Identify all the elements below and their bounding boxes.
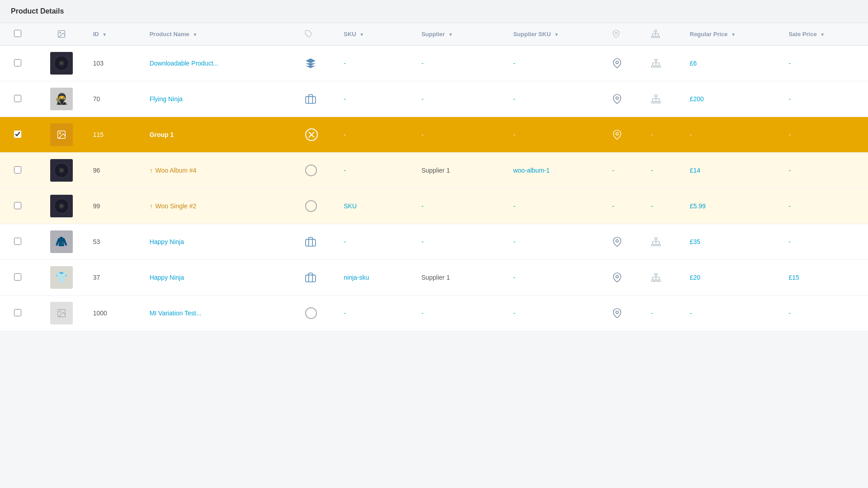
sale-price-cell: - [783,81,868,117]
sale-price-dash: - [788,202,791,210]
sku-dash: - [344,310,346,317]
product-name-link[interactable]: Woo Album #4 [156,167,197,174]
product-name-cell[interactable]: Happy Ninja [144,224,300,260]
supplier-dash: - [421,310,424,317]
row-checkbox[interactable] [14,131,21,138]
product-name-cell[interactable]: Happy Ninja [144,260,300,296]
row-checkbox[interactable] [14,166,21,174]
supplier-sku-dash: - [513,131,515,138]
supplier-sort-icon: ▼ [448,32,453,37]
svg-point-71 [59,311,61,312]
row-checkbox-cell[interactable] [0,260,35,296]
select-all-checkbox[interactable] [14,30,21,37]
svg-rect-28 [651,102,654,103]
supplier-dash: - [421,131,424,138]
table-body: 103Downloadable Product... --- £6-🥷70Fly… [0,45,868,331]
table-row[interactable]: 115Group 1 --- --- [0,117,868,153]
supplier-sku-cell: woo-album-1 [508,153,607,188]
sku-dash: - [344,60,346,67]
supplier-sku-cell: - [508,188,607,224]
table-row[interactable]: 🥷70Flying Ninja --- £200- [0,81,868,117]
svg-rect-51 [655,238,657,239]
product-type-cell [299,224,338,260]
sku-dash: - [344,95,346,103]
svg-rect-27 [655,95,657,97]
supplier-sku-cell: - [508,117,607,153]
row-checkbox-cell[interactable] [0,188,35,224]
row-checkbox[interactable] [14,202,21,209]
row-checkbox-cell[interactable] [0,153,35,188]
row-checkbox[interactable] [14,309,21,316]
supplier-cell: Supplier 1 [416,153,508,188]
svg-rect-18 [651,66,654,68]
hierarchy-cell [646,224,684,260]
table-header-row: ID ▼ Product Name ▼ SKU ▼ [0,23,868,45]
supplier-sku-header[interactable]: Supplier SKU ▼ [508,23,607,45]
page-title: Product Details [0,0,868,23]
regular-price-cell: £20 [684,260,783,296]
row-checkbox[interactable] [14,273,21,281]
hierarchy-cell [646,45,684,81]
svg-point-72 [306,308,316,319]
product-name-link[interactable]: Happy Ninja [150,274,184,281]
product-name-cell[interactable]: ↑ Woo Single #2 [144,188,300,224]
sale-price-cell: - [783,45,868,81]
regular-price-header[interactable]: Regular Price ▼ [684,23,783,45]
row-checkbox[interactable] [14,95,21,102]
supplier-cell: Supplier 1 [416,260,508,296]
product-name-cell[interactable]: Flying Ninja [144,81,300,117]
row-checkbox-cell[interactable] [0,224,35,260]
product-type-cell [299,117,338,153]
product-name-link[interactable]: Downloadable Product... [150,60,219,67]
product-name-link[interactable]: Woo Single #2 [156,202,197,210]
regular-price-cell: £35 [684,224,783,260]
table-row[interactable]: 103Downloadable Product... --- £6- [0,45,868,81]
product-image-cell: 🧥 [35,224,88,260]
sku-cell: - [338,153,416,188]
row-checkbox-cell[interactable] [0,296,35,331]
product-name-cell[interactable]: Group 1 [144,117,300,153]
product-type-cell [299,260,338,296]
row-checkbox-cell[interactable] [0,117,35,153]
table-row[interactable]: 👕37Happy Ninja ninja-skuSupplier 1- £20£… [0,260,868,296]
id-header[interactable]: ID ▼ [88,23,144,45]
sale-price-cell: £15 [783,260,868,296]
table-row[interactable]: 1000MI Variation Test... --- --- [0,296,868,331]
sale-price-header[interactable]: Sale Price ▼ [783,23,868,45]
supplier-dash: - [421,202,424,210]
product-name-link[interactable]: Group 1 [150,131,174,138]
hierarchy-icon [651,29,660,38]
location-cell [607,224,646,260]
supplier-sku-dash: - [513,95,515,103]
sku-header[interactable]: SKU ▼ [338,23,416,45]
product-name-link[interactable]: Flying Ninja [150,95,183,103]
svg-point-45 [306,165,316,176]
supplier-sku-cell: - [508,260,607,296]
regular-price-cell: - [684,296,783,331]
product-name-cell[interactable]: MI Variation Test... [144,296,300,331]
row-checkbox-cell[interactable] [0,45,35,81]
product-name-header[interactable]: Product Name ▼ [144,23,300,45]
supplier-sku-cell: - [508,81,607,117]
name-sort-icon: ▼ [193,32,197,37]
svg-rect-7 [657,36,660,38]
table-row[interactable]: 96↑ Woo Album #4 -Supplier 1woo-album-1-… [0,153,868,188]
product-type-cell [299,188,338,224]
table-row[interactable]: 🧥53Happy Ninja --- £35- [0,224,868,260]
product-name-link[interactable]: Happy Ninja [150,238,184,245]
product-type-cell [299,296,338,331]
row-checkbox-cell[interactable] [0,81,35,117]
location-icon [612,29,620,38]
product-id-cell: 96 [88,153,144,188]
row-checkbox[interactable] [14,238,21,245]
product-name-cell[interactable]: Downloadable Product... [144,45,300,81]
row-checkbox[interactable] [14,59,21,66]
product-image-cell [35,188,88,224]
table-row[interactable]: 99↑ Woo Single #2 SKU----£5.99- [0,188,868,224]
supplier-cell: - [416,45,508,81]
supplier-sku-cell: - [508,224,607,260]
product-name-link[interactable]: MI Variation Test... [150,310,202,317]
select-all-header[interactable] [0,23,35,45]
product-name-cell[interactable]: ↑ Woo Album #4 [144,153,300,188]
supplier-header[interactable]: Supplier ▼ [416,23,508,45]
